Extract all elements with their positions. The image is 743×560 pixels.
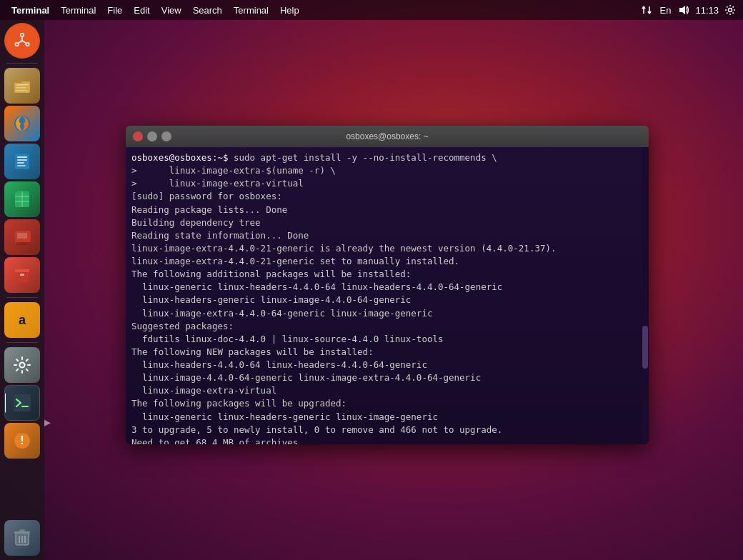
terminal-line-13: Suggested packages:: [131, 320, 643, 333]
terminal-output[interactable]: osboxes@osboxes:~$ sudo apt-get install …: [126, 147, 649, 444]
svg-point-4: [26, 42, 30, 46]
menu-search[interactable]: Search: [187, 4, 228, 17]
svg-rect-14: [16, 84, 29, 86]
svg-line-11: [19, 41, 22, 43]
svg-rect-18: [15, 154, 29, 169]
sidebar-divider-3: [6, 342, 38, 343]
window-maximize-button[interactable]: [161, 131, 171, 141]
svg-point-34: [20, 363, 25, 368]
terminal-line-8: linux-image-extra-4.4.0-21-generic set t…: [131, 255, 643, 268]
sidebar-item-amazon[interactable]: a: [4, 302, 40, 338]
terminal-line-19: The following packages will be upgraded:: [131, 397, 643, 410]
svg-marker-0: [679, 6, 685, 14]
svg-rect-21: [17, 162, 24, 164]
sidebar-item-trash[interactable]: [4, 520, 40, 556]
terminal-line-1: > linux-image-extra-$(uname -r) \: [131, 164, 643, 177]
sidebar-item-ubuntu[interactable]: [4, 23, 40, 59]
terminal-line-2: > linux-image-extra-virtual: [131, 177, 643, 190]
menu-file[interactable]: File: [101, 4, 128, 17]
terminal-line-6: Reading state information... Done: [131, 229, 643, 242]
menu-view[interactable]: View: [156, 4, 187, 17]
sidebar-item-calc[interactable]: [4, 181, 40, 217]
sidebar-item-files[interactable]: [4, 68, 40, 104]
terminal-line-18: linux-image-extra-virtual: [131, 384, 643, 397]
svg-rect-32: [15, 269, 29, 272]
terminal-line-5: Building dependency tree: [131, 216, 643, 229]
svg-rect-22: [17, 165, 26, 166]
amazon-label: a: [19, 313, 26, 328]
menu-help[interactable]: Help: [274, 4, 305, 17]
svg-point-7: [26, 44, 29, 46]
terminal-line-11: linux-headers-generic linux-image-4.4.0-…: [131, 294, 643, 306]
volume-icon[interactable]: [677, 3, 691, 17]
menu-terminal-app[interactable]: Terminal: [6, 4, 55, 17]
scrollbar-thumb[interactable]: [642, 326, 648, 369]
scrollbar-track[interactable]: [642, 147, 649, 444]
sidebar-item-updater[interactable]: !: [4, 423, 40, 459]
clock: 11:13: [695, 5, 719, 16]
svg-rect-35: [14, 394, 31, 411]
svg-rect-16: [16, 90, 27, 91]
svg-rect-40: [14, 531, 30, 534]
svg-rect-23: [15, 191, 29, 207]
active-indicator: [4, 393, 6, 413]
svg-line-10: [22, 41, 26, 43]
sidebar-item-writer[interactable]: [4, 144, 40, 179]
sidebar-item-terminal[interactable]: [4, 385, 40, 421]
svg-rect-41: [19, 529, 25, 531]
sidebar-item-settings[interactable]: [4, 347, 40, 383]
svg-rect-15: [16, 87, 26, 89]
svg-rect-31: [16, 271, 29, 282]
svg-rect-29: [16, 244, 28, 245]
sidebar-item-firefox[interactable]: [4, 106, 40, 141]
terminal-line-16: linux-headers-4.4.0-64 linux-headers-4.4…: [131, 359, 643, 371]
menu-edit[interactable]: Edit: [128, 4, 155, 17]
terminal-line-0: osboxes@osboxes:~$ sudo apt-get install …: [131, 151, 643, 164]
system-tray: En 11:13: [639, 3, 737, 17]
sidebar-item-impress[interactable]: [4, 219, 40, 255]
window-minimize-button[interactable]: [147, 131, 157, 141]
svg-rect-27: [15, 231, 31, 242]
svg-rect-39: [16, 533, 29, 545]
terminal-line-7: linux-image-extra-4.4.0-21-generic is al…: [131, 242, 643, 255]
menu-terminal[interactable]: Terminal: [55, 4, 101, 17]
sidebar-divider-1: [6, 63, 38, 64]
top-menu-bar: Terminal Terminal File Edit View Search …: [0, 0, 743, 20]
sidebar-divider-2: [6, 297, 38, 298]
terminal-line-15: The following NEW packages will be insta…: [131, 346, 643, 359]
network-icon[interactable]: [639, 3, 654, 17]
svg-point-1: [729, 9, 732, 12]
svg-point-2: [12, 31, 32, 51]
svg-point-3: [20, 33, 24, 37]
terminal-line-4: Reading package lists... Done: [131, 204, 643, 216]
terminal-line-3: [sudo] password for osboxes:: [131, 190, 643, 203]
svg-rect-28: [19, 242, 25, 244]
svg-point-8: [16, 44, 18, 46]
svg-point-5: [15, 42, 19, 46]
sidebar-item-archive[interactable]: [4, 257, 40, 293]
svg-rect-13: [14, 80, 21, 83]
svg-text:!: !: [20, 434, 24, 446]
language-indicator[interactable]: En: [658, 3, 672, 17]
terminal-titlebar: osboxes@osboxes: ~: [126, 126, 649, 147]
terminal-line-17: linux-image-4.4.0-64-generic linux-image…: [131, 371, 643, 384]
terminal-line-10: linux-generic linux-headers-4.4.0-64 lin…: [131, 281, 643, 294]
svg-rect-20: [17, 159, 27, 161]
terminal-line-12: linux-image-extra-4.4.0-64-generic linux…: [131, 307, 643, 320]
window-title: osboxes@osboxes: ~: [346, 131, 428, 141]
menu-bar-left: Terminal Terminal File Edit View Search …: [6, 4, 305, 17]
svg-point-17: [14, 116, 30, 131]
svg-point-6: [21, 34, 24, 36]
terminal-line-22: Need to get 68.4 MB of archives.: [131, 436, 643, 444]
terminal-line-21: 3 to upgrade, 5 to newly install, 0 to r…: [131, 424, 643, 436]
svg-rect-30: [17, 233, 27, 239]
launcher-sidebar: a !: [0, 20, 44, 560]
window-close-button[interactable]: [133, 131, 143, 141]
terminal-line-20: linux-generic linux-headers-generic linu…: [131, 411, 643, 424]
settings-gear-icon[interactable]: [723, 3, 737, 17]
terminal-line-14: fdutils linux-doc-4.4.0 | linux-source-4…: [131, 333, 643, 346]
terminal-window: osboxes@osboxes: ~ osboxes@osboxes:~$ su…: [126, 126, 649, 444]
menu-terminal2[interactable]: Terminal: [228, 4, 274, 17]
svg-rect-33: [20, 274, 24, 276]
svg-point-37: [14, 433, 30, 449]
